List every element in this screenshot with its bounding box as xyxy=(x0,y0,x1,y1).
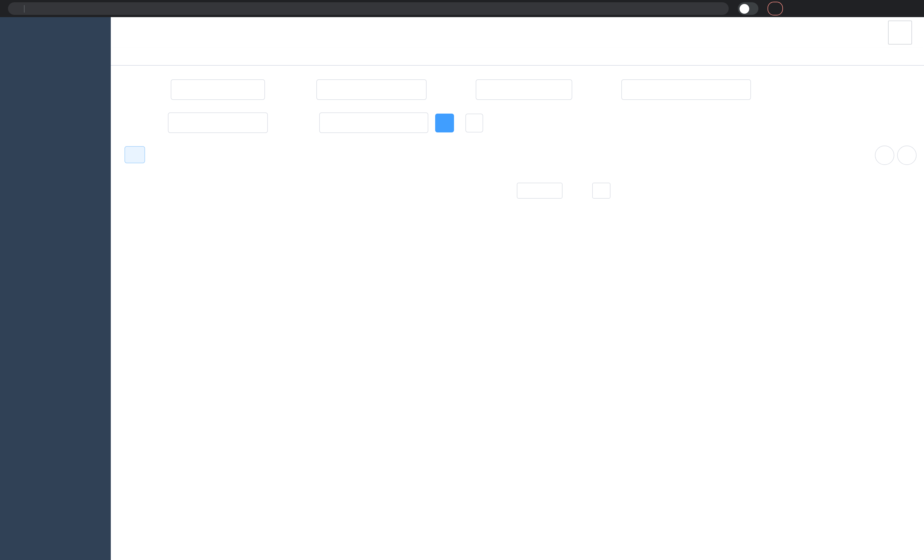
filter-row-1 xyxy=(124,79,924,100)
goto-page-input[interactable] xyxy=(592,183,610,199)
incognito-icon xyxy=(740,4,749,13)
process-name-input-field[interactable] xyxy=(178,85,258,94)
toggle-search-button[interactable] xyxy=(875,145,894,165)
sidebar xyxy=(0,17,111,560)
navbar xyxy=(111,17,924,48)
result-select[interactable] xyxy=(319,112,428,133)
browser-toolbar xyxy=(0,0,924,17)
sidebar-logo[interactable] xyxy=(0,17,111,49)
incognito-badge xyxy=(738,2,758,15)
content xyxy=(111,66,924,560)
process-name-input[interactable] xyxy=(171,79,265,100)
tags-view xyxy=(111,48,924,66)
start-process-button[interactable] xyxy=(124,146,145,163)
browser-update-button[interactable] xyxy=(768,2,783,15)
submit-time-daterange[interactable] xyxy=(621,79,751,100)
screen xyxy=(0,0,924,560)
filter-row-2 xyxy=(124,112,924,133)
process-definition-input[interactable] xyxy=(316,79,427,100)
process-definition-input-field[interactable] xyxy=(324,85,419,94)
navbar-right xyxy=(884,21,924,45)
pagination xyxy=(124,183,924,199)
status-select[interactable] xyxy=(168,112,268,133)
address-bar[interactable] xyxy=(8,2,729,15)
refresh-table-button[interactable] xyxy=(897,145,916,165)
search-button[interactable] xyxy=(435,113,454,132)
table-toolbar xyxy=(124,145,924,164)
category-select[interactable] xyxy=(476,79,572,100)
pagination-goto xyxy=(588,183,615,199)
logo-image xyxy=(19,24,37,42)
omnibox-divider xyxy=(24,5,24,12)
avatar[interactable] xyxy=(888,21,912,45)
reset-button[interactable] xyxy=(465,113,483,132)
page-size-select[interactable] xyxy=(517,183,562,199)
